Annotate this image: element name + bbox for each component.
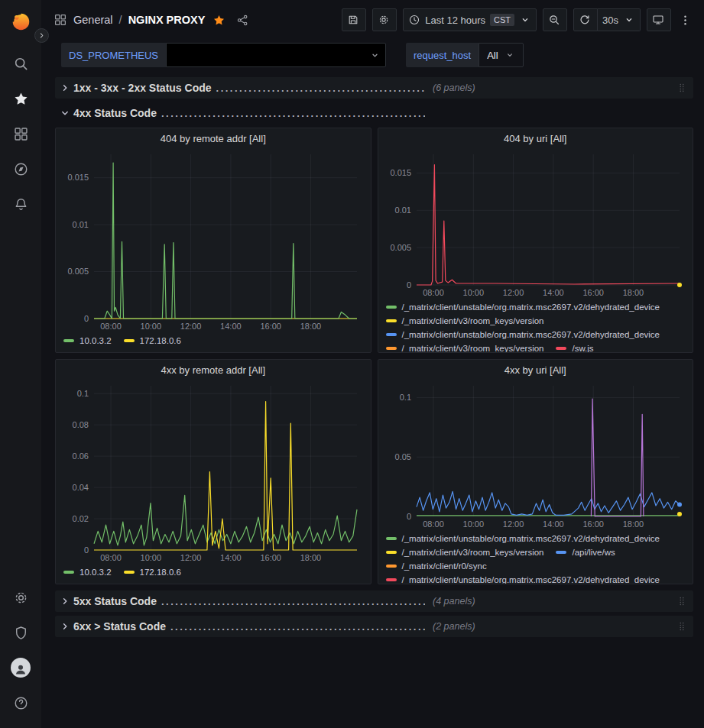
legend-item[interactable]: /sw.js (556, 344, 593, 352)
timezone-badge: CST (490, 14, 514, 26)
apps-grid-icon (54, 13, 67, 27)
chart-area: 08:0010:0012:0014:0016:0018:0000.050.1 (378, 380, 693, 530)
datasource-variable-label[interactable]: DS_PROMETHEUS (61, 43, 166, 67)
alerting-bell-icon[interactable] (0, 186, 41, 222)
row-leader-dots: ........................................… (161, 108, 425, 119)
svg-text:0: 0 (406, 280, 410, 290)
panel-title[interactable]: 4xx by remote addr [All] (56, 360, 371, 380)
chart-area: 08:0010:0012:0014:0016:0018:0000.020.040… (56, 380, 371, 564)
legend-item[interactable]: /_matrix/client/unstable/org.matrix.msc2… (386, 303, 660, 312)
row-header: 5xx Status Code ........................… (60, 595, 425, 607)
legend-series-marker (386, 565, 397, 568)
series-end-point (677, 512, 682, 516)
explore-compass-icon[interactable] (0, 151, 41, 186)
timeseries-plot[interactable]: 08:0010:0012:0014:0016:0018:0000.050.1 (381, 380, 690, 530)
refresh-group: 30s (573, 8, 641, 31)
user-avatar[interactable] (0, 650, 41, 685)
row-5xx[interactable]: 5xx Status Code ........................… (55, 590, 693, 612)
svg-text:0.1: 0.1 (77, 389, 89, 398)
series-line (94, 495, 357, 545)
legend-item[interactable]: /_matrix/client/v3/room_keys/version (386, 548, 544, 557)
timeseries-plot[interactable]: 08:0010:0012:0014:0016:0018:0000.0050.01… (59, 148, 368, 332)
panel-404-by-uri: 404 by uri [All] 08:0010:0012:0014:0016:… (378, 128, 694, 353)
row-6xx[interactable]: 6xx > Status Code ......................… (55, 616, 693, 637)
legend-item[interactable]: /_matrix/client/v3/room_keys/version (386, 344, 544, 352)
row-panel-count: (4 panels) (433, 596, 475, 607)
row-1xx-3xx-2xx[interactable]: 1xx - 3xx - 2xx Status Code ............… (55, 77, 693, 99)
request-host-variable-select[interactable]: All (479, 43, 523, 67)
svg-text:0.05: 0.05 (394, 452, 410, 461)
configuration-gear-icon[interactable] (0, 580, 41, 615)
legend-item[interactable]: /api/live/ws (556, 548, 615, 557)
svg-text:18:00: 18:00 (300, 553, 322, 562)
chart-canvas[interactable]: 08:0010:0012:0014:0016:0018:0000.020.040… (59, 380, 368, 564)
time-range-picker[interactable]: Last 12 hours CST (403, 8, 537, 31)
legend-item[interactable]: /_matrix/client/r0/sync (386, 561, 487, 571)
help-icon[interactable] (0, 685, 41, 720)
chart-canvas[interactable]: 08:0010:0012:0014:0016:0018:0000.0050.01… (381, 148, 690, 299)
row-title: 4xx Status Code (73, 107, 157, 119)
sidebar (0, 0, 41, 728)
legend-item[interactable]: /_matrix/client/v3/room_keys/version (386, 316, 544, 325)
svg-text:0.005: 0.005 (390, 243, 411, 252)
row-panel-count: (6 panels) (433, 83, 475, 93)
dashboard-settings-button[interactable] (372, 8, 397, 31)
panel-title[interactable]: 404 by uri [All] (378, 128, 693, 148)
legend-item[interactable]: /_matrix/client/unstable/org.matrix.msc2… (386, 575, 660, 584)
panel-title[interactable]: 404 by remote addr [All] (56, 128, 371, 148)
svg-text:12:00: 12:00 (180, 322, 202, 331)
chart-canvas[interactable]: 08:0010:0012:0014:0016:0018:0000.050.1 (381, 380, 690, 530)
legend-series-marker (386, 537, 397, 540)
row-drag-handle[interactable] (676, 619, 687, 634)
svg-text:0.1: 0.1 (399, 393, 410, 402)
starred-dashboards-icon[interactable] (0, 81, 41, 116)
share-icon[interactable] (236, 14, 249, 27)
sidebar-expand-chevron[interactable] (34, 28, 49, 43)
row-header: 1xx - 3xx - 2xx Status Code ............… (60, 82, 425, 94)
chart-area: 08:0010:0012:0014:0016:0018:0000.0050.01… (378, 148, 693, 299)
svg-text:16:00: 16:00 (260, 553, 281, 562)
favorite-star-icon[interactable] (212, 14, 225, 27)
legend-item[interactable]: /_matrix/client/unstable/org.matrix.msc2… (386, 534, 660, 543)
datasource-variable-select[interactable] (166, 43, 386, 67)
panel-legend: 10.0.3.2172.18.0.6 (56, 332, 371, 352)
cycle-view-mode-button[interactable] (647, 8, 671, 31)
search-icon[interactable] (0, 46, 41, 81)
legend-series-marker (386, 551, 397, 554)
svg-text:12:00: 12:00 (502, 519, 524, 529)
request-host-variable-label[interactable]: request_host (406, 43, 479, 67)
save-dashboard-button[interactable] (342, 8, 366, 31)
row-drag-handle[interactable] (676, 80, 687, 95)
series-line (591, 399, 644, 516)
server-admin-shield-icon[interactable] (0, 615, 41, 650)
row-panel-count: (2 panels) (433, 621, 475, 632)
legend-item[interactable]: 10.0.3.2 (63, 336, 112, 345)
svg-text:10:00: 10:00 (462, 288, 484, 297)
chart-canvas[interactable]: 08:0010:0012:0014:0016:0018:0000.0050.01… (59, 148, 368, 332)
row-drag-handle[interactable] (676, 594, 687, 609)
main-area: General / NGINX PROXY Last 12 hours CST (41, 0, 704, 728)
refresh-interval-dropdown[interactable]: 30s (598, 8, 641, 31)
breadcrumb-section[interactable]: General (73, 14, 113, 26)
legend-item[interactable]: 172.18.0.6 (124, 336, 181, 345)
legend-item[interactable]: /_matrix/client/unstable/org.matrix.msc2… (386, 330, 660, 339)
refresh-button[interactable] (573, 8, 598, 31)
svg-text:0.005: 0.005 (67, 267, 89, 276)
timeseries-plot[interactable]: 08:0010:0012:0014:0016:0018:0000.020.040… (59, 380, 368, 564)
zoom-out-button[interactable] (543, 8, 567, 31)
svg-text:18:00: 18:00 (300, 322, 322, 331)
legend-item[interactable]: 10.0.3.2 (63, 568, 112, 577)
series-end-point (677, 502, 682, 506)
more-options-kebab-icon[interactable] (677, 14, 693, 27)
legend-item[interactable]: 172.18.0.6 (124, 568, 181, 577)
legend-series-marker (63, 571, 74, 574)
legend-series-label: /_matrix/client/v3/room_keys/version (402, 344, 544, 352)
navbar-actions: Last 12 hours CST 30s (342, 8, 693, 31)
row-4xx[interactable]: 4xx Status Code ........................… (55, 102, 693, 124)
timeseries-plot[interactable]: 08:0010:0012:0014:0016:0018:0000.0050.01… (381, 148, 690, 299)
dashboards-icon[interactable] (0, 116, 41, 151)
panel-title[interactable]: 4xx by uri [All] (378, 360, 693, 380)
grafana-logo-icon[interactable] (6, 6, 35, 35)
svg-text:0.01: 0.01 (73, 220, 89, 229)
dashboard-title[interactable]: NGINX PROXY (128, 14, 206, 26)
